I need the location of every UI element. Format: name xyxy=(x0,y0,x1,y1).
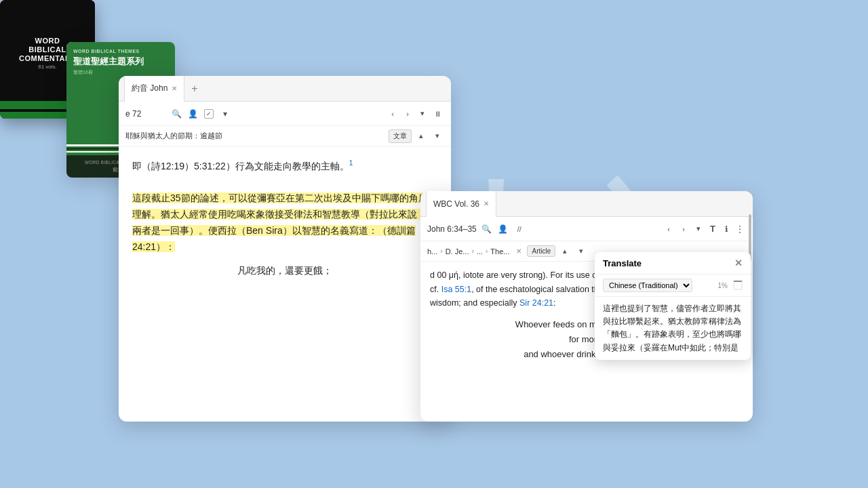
translate-title: Translate xyxy=(603,258,642,268)
book-top-label: WORD BIBLICAL THEMES xyxy=(73,49,168,54)
book-subtitle-zh: 繁體16冊 xyxy=(73,69,168,76)
wbc-article-button[interactable]: Article xyxy=(527,245,555,257)
wbc-breadcrumb-dots: ... xyxy=(477,247,483,256)
superscript-1: 1 xyxy=(349,159,353,167)
book-title-zh: 聖道聖經主題系列 xyxy=(73,56,168,68)
loading-spinner xyxy=(733,281,743,290)
tab-bar: 約音 John ✕ + xyxy=(119,76,451,102)
wbc-nav-prev-icon[interactable]: ‹ xyxy=(662,222,675,236)
translate-lang-row: Chinese (Traditional) 1% xyxy=(595,274,751,297)
breadcrumb-up-icon[interactable]: ▴ xyxy=(414,129,428,143)
nav-next-icon[interactable]: › xyxy=(401,107,414,121)
toolbar-nav: ‹ › ▾ ⏸ xyxy=(386,107,444,121)
wbc-breadcrumb-h: h... xyxy=(427,247,437,256)
wbc-double-slash: // xyxy=(513,223,526,235)
translate-popup: Translate ✕ Chinese (Traditional) 1% 這裡也… xyxy=(595,252,751,360)
tab-john[interactable]: 約音 John ✕ xyxy=(124,76,184,102)
wbc-translate-icon[interactable]: T xyxy=(707,223,719,235)
breadcrumb-arrow-3: › xyxy=(486,247,488,255)
john-breadcrumb: 耶穌與猶太人的節期：逾越節 文章 ▴ ▾ xyxy=(119,126,451,146)
john-toolbar: e 72 🔍 👤 ✓ ▾ ‹ › ▾ ⏸ xyxy=(119,102,451,126)
nav-prev-icon[interactable]: ‹ xyxy=(386,107,399,121)
wbc-tab-bar: WBC Vol. 36 ✕ xyxy=(420,191,753,217)
john-content: 即（詩12:19）5:31:22）行為文能走向教學的主軸。1 這段截止35節的論… xyxy=(119,146,451,422)
pause-icon[interactable]: ⏸ xyxy=(431,107,444,121)
wbc-search-icon[interactable]: 🔍 xyxy=(481,223,493,235)
checkbox-icon[interactable]: ✓ xyxy=(203,108,215,120)
wbc-more-icon[interactable]: ⋮ xyxy=(734,223,746,235)
breadcrumb-arrow-2: › xyxy=(471,247,473,255)
chevron-down-icon[interactable]: ▾ xyxy=(219,108,231,120)
wbc-people-icon[interactable]: 👤 xyxy=(497,223,509,235)
link-sir[interactable]: Sir 24:21 xyxy=(519,298,553,308)
john-panel: 約音 John ✕ + e 72 🔍 👤 ✓ ▾ ‹ › ▾ ⏸ 耶穌與猶太人的… xyxy=(119,76,451,422)
breadcrumb-arrow-1: › xyxy=(440,247,442,255)
nav-dropdown-icon[interactable]: ▾ xyxy=(416,107,429,121)
tab-wbc-label: WBC Vol. 36 xyxy=(433,199,479,209)
wbc-breadcrumb-up[interactable]: ▴ xyxy=(558,245,572,258)
translate-header: Translate ✕ xyxy=(595,252,751,274)
wbc-toolbar-nav: ‹ › ▾ T ℹ ⋮ xyxy=(662,222,746,236)
tab-close-icon[interactable]: ✕ xyxy=(172,85,177,92)
wbc-book-title-biblical: BIBLICAL xyxy=(28,45,66,54)
language-select[interactable]: Chinese (Traditional) xyxy=(603,279,692,292)
wbc-breadcrumb-the: The... xyxy=(490,247,509,256)
wbc-toolbar-ref: John 6:34–35 xyxy=(427,224,477,234)
john-quote: 凡吃我的，還要更餓； xyxy=(132,263,437,279)
wbc-nav-next-icon[interactable]: › xyxy=(677,222,690,236)
wbc-book-vols: 61 vols. xyxy=(38,64,57,70)
toolbar-ref: e 72 xyxy=(125,109,166,119)
percent-indicator: 1% xyxy=(718,282,728,289)
wbc-nav-dropdown-icon[interactable]: ▾ xyxy=(692,222,705,236)
breadcrumb-text: 耶穌與猶太人的節期：逾越節 xyxy=(125,131,222,141)
tab-wbc-close-icon[interactable]: ✕ xyxy=(484,200,489,207)
article-button[interactable]: 文章 xyxy=(389,129,412,143)
wbc-book-title-word: WORD xyxy=(35,37,60,45)
wbc-breadcrumb-close[interactable]: ✕ xyxy=(516,247,521,255)
wbc-toolbar: John 6:34–35 🔍 👤 // ‹ › ▾ T ℹ ⋮ xyxy=(420,217,753,241)
tab-add-icon[interactable]: + xyxy=(187,83,201,95)
translate-close-icon[interactable]: ✕ xyxy=(734,258,743,268)
wbc-breadcrumb-down[interactable]: ▾ xyxy=(574,245,588,258)
translate-content: 這裡也提到了智慧，儘管作者立即將其與拉比聯繫起來。猶太教師常稱律法為「麵包」。有… xyxy=(595,297,751,360)
search-icon[interactable]: 🔍 xyxy=(170,108,182,120)
john-text-main: 這段截止35節的論述，可以從彌賽亞在第二次出埃及中賜下嗎哪的角度來理解。猶太人經… xyxy=(132,190,437,255)
tab-john-label: 約音 John xyxy=(132,83,167,94)
breadcrumb-down-icon[interactable]: ▾ xyxy=(431,129,444,143)
wbc-info-icon[interactable]: ℹ xyxy=(720,223,732,235)
tab-wbc[interactable]: WBC Vol. 36 ✕ xyxy=(426,191,496,217)
people-icon[interactable]: 👤 xyxy=(186,108,199,120)
link-isa[interactable]: Isa 55:1 xyxy=(441,285,471,294)
wbc-breadcrumb-dje: D. Je... xyxy=(446,247,469,256)
john-text-intro: 即（詩12:19）5:31:22）行為文能走向教學的主軸。1 xyxy=(132,157,437,174)
highlighted-text: 這段截止35節的論述，可以從彌賽亞在第二次出埃及中賜下嗎哪的角度來理解。猶太人經… xyxy=(132,192,437,251)
